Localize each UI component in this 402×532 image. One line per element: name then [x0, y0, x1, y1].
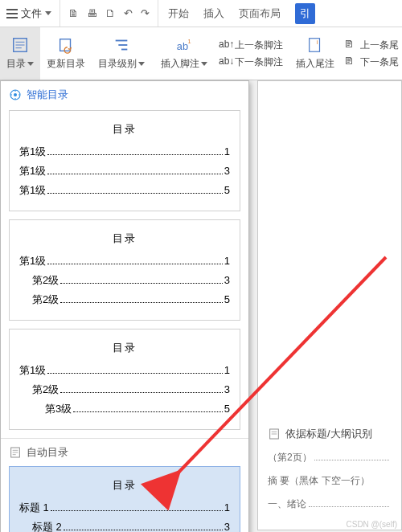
next-footnote-icon: ab↓: [219, 55, 232, 68]
next-endnote-icon: 🖹: [344, 55, 357, 68]
smart-icon: [9, 88, 22, 101]
qat-print-icon[interactable]: 🖶: [87, 7, 97, 19]
toc-icon: [11, 36, 29, 54]
watermark: CSDN @(self): [347, 520, 398, 529]
toc-preview-1[interactable]: 目录 第1级1 第1级3 第1级5: [9, 110, 240, 211]
tab-insert[interactable]: 插入: [203, 6, 224, 21]
tab-references[interactable]: 引: [295, 3, 315, 24]
next-endnote-button[interactable]: 🖹下一条尾: [344, 55, 399, 69]
qat-redo-icon[interactable]: ↷: [141, 7, 150, 19]
next-footnote-button[interactable]: ab↓下一条脚注: [219, 55, 283, 69]
toc-preview-3[interactable]: 目录 第1级1 第2级3 第3级5: [9, 329, 240, 430]
prev-endnote-icon: 🖹: [344, 39, 357, 51]
footnote-nav: ab↑上一条脚注 ab↓下一条脚注: [214, 27, 288, 80]
toc-level-button[interactable]: 目录级别: [92, 27, 151, 80]
outline-detect-header: 依据标题/大纲识别: [268, 427, 392, 441]
toc-title: 目录: [19, 341, 230, 355]
update-icon: [57, 36, 75, 54]
tab-layout[interactable]: 页面布局: [239, 6, 281, 21]
toc-title: 目录: [19, 231, 230, 246]
qat-preview-icon[interactable]: 🗋: [105, 7, 116, 19]
footnote-label: 插入脚注: [161, 57, 199, 71]
ribbon-tabs: 开始 插入 页面布局 引: [158, 0, 325, 27]
qat-save-icon[interactable]: 🗎: [68, 7, 79, 19]
svg-text:ab: ab: [177, 40, 188, 52]
toc-title: 目录: [19, 122, 230, 137]
update-toc-button[interactable]: 更新目录: [40, 27, 92, 80]
quick-access-toolbar: 🗎 🖶 🗋 ↶ ↷: [60, 0, 158, 27]
toc-title: 目录: [19, 478, 230, 493]
prev-footnote-icon: ab↑: [219, 39, 232, 51]
svg-point-13: [14, 93, 17, 96]
endnote-label: 插入尾注: [296, 57, 334, 71]
doc-icon: [9, 446, 22, 459]
svg-text:i: i: [317, 39, 318, 46]
toc-preview-2[interactable]: 目录 第1级1 第2级3 第2级5: [9, 219, 240, 321]
endnote-icon: i: [306, 36, 324, 54]
level-icon: [113, 36, 130, 54]
doc-row: 一、绪论: [268, 497, 392, 511]
hamburger-icon: [6, 9, 18, 18]
toc-label: 目录: [6, 57, 26, 71]
svg-text:1: 1: [188, 38, 191, 45]
doc-row: （第2页）: [268, 451, 392, 464]
toc-button[interactable]: 目录: [0, 27, 40, 80]
caret-down-icon: [45, 11, 51, 15]
toc-preview-auto[interactable]: 目录 标题 11 标题 23 标题 35: [9, 466, 240, 532]
footnote-icon: ab1: [175, 36, 193, 54]
prev-footnote-button[interactable]: ab↑上一条脚注: [219, 39, 283, 52]
update-label: 更新目录: [47, 57, 85, 71]
insert-endnote-button[interactable]: i 插入尾注: [291, 27, 339, 80]
svg-rect-10: [310, 39, 320, 52]
doc-icon: [268, 428, 281, 440]
caret-down-icon: [201, 62, 207, 66]
insert-footnote-button[interactable]: ab1 插入脚注: [154, 27, 214, 80]
caret-down-icon: [27, 62, 34, 66]
smart-toc-header: 智能目录: [1, 81, 248, 107]
prev-endnote-button[interactable]: 🖹上一条尾: [344, 39, 399, 52]
file-menu[interactable]: 文件: [0, 0, 60, 27]
caret-down-icon: [138, 62, 145, 66]
level-label: 目录级别: [98, 57, 137, 71]
auto-toc-header: 自动目录: [1, 438, 248, 463]
document-page: 依据标题/大纲识别 （第2页） 摘 要（黑体 下空一行） 一、绪论: [257, 80, 402, 530]
qat-undo-icon[interactable]: ↶: [124, 7, 133, 19]
doc-row: 摘 要（黑体 下空一行）: [268, 474, 392, 488]
endnote-nav: 🖹上一条尾 🖹下一条尾: [339, 27, 402, 80]
toc-dropdown: 智能目录 目录 第1级1 第1级3 第1级5 目录 第1级1 第2级3 第2级5…: [0, 80, 249, 532]
tab-start[interactable]: 开始: [168, 6, 189, 21]
file-label: 文件: [21, 6, 42, 21]
